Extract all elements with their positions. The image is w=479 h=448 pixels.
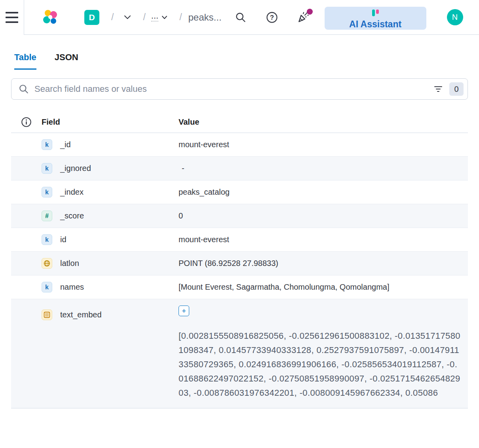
ai-assistant-icon — [372, 9, 379, 17]
menu-toggle-button[interactable] — [0, 0, 24, 35]
field-name: _index — [60, 188, 84, 197]
field-name: _id — [60, 140, 71, 149]
breadcrumb-dropdown-button[interactable] — [124, 15, 131, 19]
document-fields-table: Field Value k _id mount-everest k _ignor… — [11, 112, 468, 408]
chevron-down-icon — [124, 15, 131, 19]
notification-dot — [307, 9, 313, 15]
table-row[interactable]: k _index peaks_catalog — [11, 180, 468, 204]
keyword-field-icon: k — [42, 282, 52, 292]
field-value: peaks_catalog — [179, 188, 468, 197]
table-row[interactable]: text_embed + [0.0028155508916825056, -0.… — [11, 299, 468, 408]
global-search-button[interactable] — [235, 12, 246, 23]
column-header-field: Field — [42, 118, 179, 127]
field-name: text_embed — [60, 310, 102, 319]
filter-toggle-button[interactable] — [431, 83, 445, 95]
search-icon — [235, 12, 246, 23]
field-name: _score — [60, 211, 84, 220]
geo-point-field-icon — [42, 258, 52, 269]
help-icon: ? — [266, 11, 278, 23]
breadcrumb-separator: / — [143, 12, 145, 23]
elastic-logo[interactable] — [42, 9, 59, 26]
help-button[interactable]: ? — [266, 11, 278, 23]
tab-json[interactable]: JSON — [55, 52, 78, 70]
field-value: mount-everest — [179, 235, 468, 244]
top-navigation-bar: D / / ... / peaks... ? — [0, 0, 479, 35]
breadcrumb-separator: / — [111, 12, 114, 23]
dense-vector-field-icon — [42, 309, 52, 320]
space-badge[interactable]: D — [84, 10, 99, 25]
field-search-input[interactable] — [34, 84, 431, 94]
breadcrumb-ellipsis: ... — [151, 13, 158, 21]
chevron-down-icon — [162, 15, 167, 19]
info-icon[interactable] — [21, 117, 32, 127]
hamburger-icon — [6, 12, 18, 13]
filter-count-badge: 0 — [449, 82, 464, 96]
ai-assistant-label: AI Assistant — [349, 19, 401, 29]
filter-icon — [433, 85, 443, 93]
expand-vector-button[interactable]: + — [179, 306, 189, 316]
table-row[interactable]: k _ignored - — [11, 157, 468, 180]
table-row[interactable]: k names [Mount Everest, Sagarmatha, Chom… — [11, 275, 468, 299]
keyword-field-icon: k — [42, 187, 52, 197]
breadcrumb-separator: / — [179, 12, 182, 23]
keyword-field-icon: k — [42, 139, 52, 150]
keyword-field-icon: k — [42, 163, 52, 174]
field-value: POINT (86.92528 27.98833) — [179, 259, 468, 268]
table-header-row: Field Value — [11, 112, 468, 133]
field-search-bar: 0 — [11, 78, 468, 100]
field-name: latlon — [60, 259, 79, 268]
keyword-field-icon: k — [42, 234, 52, 245]
number-field-icon: # — [42, 211, 52, 221]
elastic-logo-icon — [42, 9, 59, 26]
field-name: id — [60, 235, 67, 244]
field-value: [Mount Everest, Sagarmatha, Chomolungma,… — [179, 283, 468, 292]
field-name: names — [60, 283, 84, 292]
user-avatar[interactable]: N — [447, 9, 463, 25]
table-row[interactable]: latlon POINT (86.92528 27.98833) — [11, 252, 468, 275]
table-row[interactable]: k _id mount-everest — [11, 133, 468, 157]
view-mode-tabs: Table JSON — [14, 52, 479, 70]
tab-table[interactable]: Table — [14, 52, 36, 70]
field-value: 0 — [179, 211, 468, 220]
svg-text:?: ? — [270, 13, 274, 21]
search-icon — [19, 84, 29, 94]
breadcrumb-current-page: peaks... — [188, 12, 222, 23]
field-value: mount-everest — [179, 140, 468, 149]
news-feed-button[interactable] — [297, 11, 310, 24]
field-name: _ignored — [60, 164, 91, 173]
ai-assistant-button[interactable]: AI Assistant — [325, 7, 426, 30]
field-value: - — [179, 164, 468, 173]
column-header-value: Value — [179, 118, 468, 127]
table-row[interactable]: # _score 0 — [11, 204, 468, 228]
field-value: [0.0028155508916825056, -0.0256129615008… — [179, 329, 462, 400]
table-row[interactable]: k id mount-everest — [11, 228, 468, 252]
breadcrumb-collapsed-button[interactable]: ... — [151, 13, 167, 21]
